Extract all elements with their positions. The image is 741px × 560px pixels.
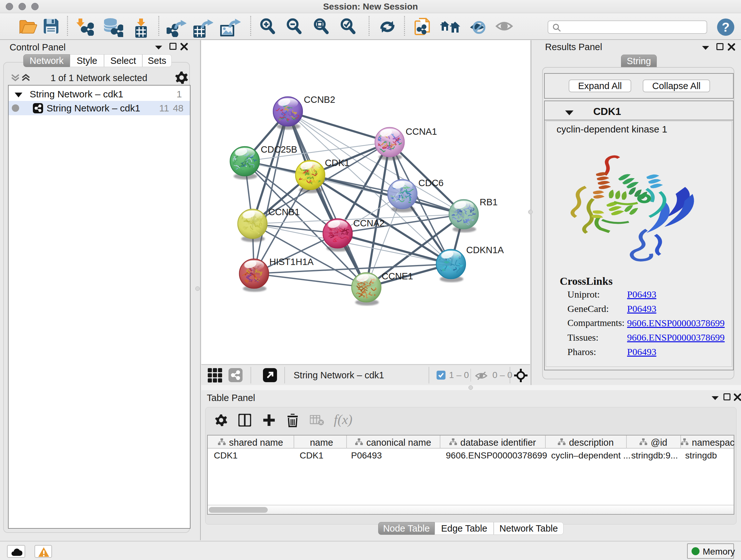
svg-text:CCNA1: CCNA1: [406, 126, 437, 137]
svg-text:CDK1: CDK1: [325, 158, 349, 168]
svg-text:CCNB1: CCNB1: [268, 207, 300, 217]
svg-text:CCNE1: CCNE1: [382, 271, 413, 281]
svg-text:CDC6: CDC6: [418, 178, 444, 188]
svg-text:CCNA2: CCNA2: [353, 218, 385, 228]
svg-text:RB1: RB1: [480, 197, 497, 207]
svg-text:CCNB2: CCNB2: [304, 95, 335, 105]
svg-text:CDC25B: CDC25B: [261, 144, 297, 154]
svg-text:CDKN1A: CDKN1A: [466, 245, 504, 255]
svg-text:HIST1H1A: HIST1H1A: [269, 257, 314, 267]
